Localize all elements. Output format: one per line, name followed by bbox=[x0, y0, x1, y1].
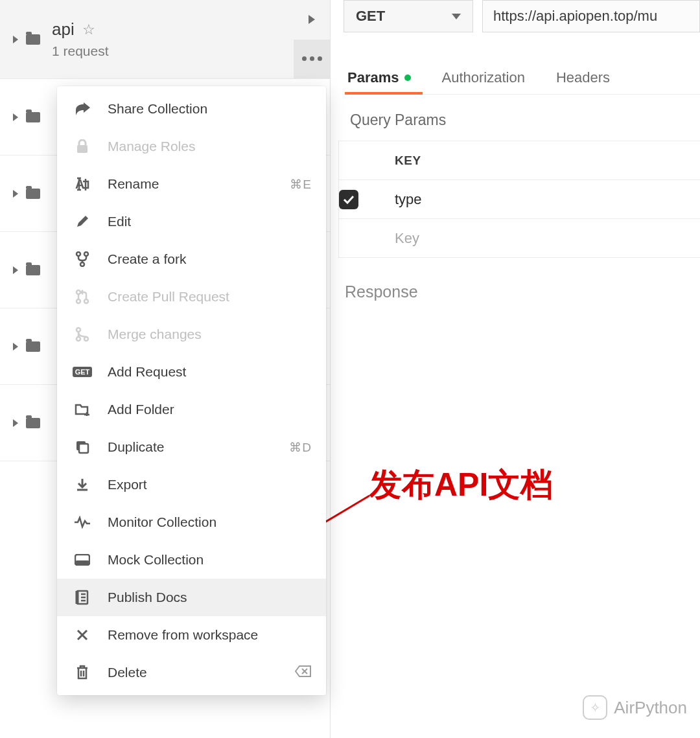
menu-monitor-collection[interactable]: Monitor Collection bbox=[57, 503, 326, 541]
merge-icon bbox=[71, 327, 93, 342]
play-icon bbox=[309, 15, 315, 24]
menu-label: Add Folder bbox=[108, 402, 174, 417]
request-panel: GET https://api.apiopen.top/mu Params Au… bbox=[331, 0, 700, 738]
collection-context-menu: Share Collection Manage Roles A Rename ⌘… bbox=[57, 86, 326, 695]
menu-remove-from-workspace[interactable]: Remove from workspace bbox=[57, 616, 326, 654]
rename-icon: A bbox=[71, 177, 93, 191]
sidebar: api ☆ 1 request Share Collection Mana bbox=[0, 0, 331, 738]
svg-point-10 bbox=[76, 337, 80, 341]
menu-manage-roles: Manage Roles bbox=[57, 128, 326, 165]
svg-rect-13 bbox=[79, 444, 88, 453]
delete-key-icon bbox=[295, 665, 312, 680]
param-key-input[interactable]: type bbox=[384, 191, 700, 208]
activity-icon bbox=[71, 516, 93, 529]
menu-mock-collection[interactable]: Mock Collection bbox=[57, 541, 326, 579]
svg-rect-15 bbox=[75, 560, 89, 565]
param-enabled-checkbox[interactable] bbox=[339, 190, 358, 209]
favorite-star-icon[interactable]: ☆ bbox=[82, 21, 95, 38]
menu-create-pull-request: Create Pull Request bbox=[57, 278, 326, 316]
tab-authorization[interactable]: Authorization bbox=[442, 61, 525, 94]
tab-label: Authorization bbox=[442, 69, 525, 86]
menu-label: Manage Roles bbox=[108, 139, 195, 154]
folder-plus-icon bbox=[71, 403, 93, 416]
svg-point-4 bbox=[84, 252, 88, 256]
menu-label: Add Request bbox=[108, 364, 186, 380]
menu-delete[interactable]: Delete bbox=[57, 654, 326, 691]
folder-icon bbox=[26, 341, 40, 352]
expand-caret-icon[interactable] bbox=[13, 113, 18, 121]
collection-name[interactable]: api bbox=[52, 19, 75, 40]
expand-caret-icon[interactable] bbox=[13, 419, 18, 427]
pull-request-icon bbox=[71, 289, 93, 305]
svg-point-6 bbox=[76, 290, 80, 294]
watermark-text: AirPython bbox=[614, 698, 687, 718]
chevron-down-icon bbox=[452, 14, 461, 19]
http-method-value: GET bbox=[356, 8, 385, 25]
menu-merge-changes: Merge changes bbox=[57, 316, 326, 353]
run-collection-button[interactable] bbox=[294, 0, 330, 40]
menu-add-request[interactable]: GET Add Request bbox=[57, 353, 326, 391]
request-url-input[interactable]: https://api.apiopen.top/mu bbox=[482, 0, 700, 32]
menu-label: Merge changes bbox=[108, 327, 202, 342]
menu-label: Rename bbox=[108, 176, 159, 192]
expand-caret-icon[interactable] bbox=[13, 36, 18, 43]
table-row[interactable]: type bbox=[338, 180, 700, 219]
menu-label: Create Pull Request bbox=[108, 289, 229, 305]
svg-point-8 bbox=[84, 299, 88, 303]
menu-label: Delete bbox=[108, 665, 147, 680]
get-badge-icon: GET bbox=[71, 367, 93, 377]
response-section-title: Response bbox=[345, 283, 700, 301]
request-url-value: https://api.apiopen.top/mu bbox=[493, 8, 657, 25]
param-key-input[interactable]: Key bbox=[384, 230, 700, 247]
svg-rect-0 bbox=[77, 145, 88, 153]
folder-icon bbox=[26, 265, 40, 275]
query-params-table: KEY type Key bbox=[338, 141, 700, 258]
menu-publish-docs[interactable]: Publish Docs bbox=[57, 579, 326, 616]
svg-text:A: A bbox=[75, 177, 84, 191]
menu-label: Mock Collection bbox=[108, 552, 204, 568]
request-tabs: Params Authorization Headers bbox=[347, 61, 700, 95]
folder-icon bbox=[26, 34, 40, 45]
tab-label: Headers bbox=[556, 69, 610, 86]
ellipsis-icon bbox=[302, 56, 322, 61]
menu-export[interactable]: Export bbox=[57, 466, 326, 503]
menu-add-folder[interactable]: Add Folder bbox=[57, 391, 326, 428]
column-header-key: KEY bbox=[384, 154, 700, 168]
tab-params[interactable]: Params bbox=[347, 61, 411, 94]
http-method-select[interactable]: GET bbox=[344, 0, 473, 32]
more-actions-button[interactable] bbox=[294, 40, 330, 79]
expand-caret-icon[interactable] bbox=[13, 266, 18, 274]
close-icon bbox=[71, 628, 93, 641]
menu-share-collection[interactable]: Share Collection bbox=[57, 90, 326, 128]
folder-icon bbox=[26, 112, 40, 122]
menu-label: Monitor Collection bbox=[108, 514, 216, 530]
query-params-title: Query Params bbox=[350, 111, 700, 129]
download-icon bbox=[71, 478, 93, 492]
params-indicator-icon bbox=[404, 75, 411, 81]
folder-icon bbox=[26, 189, 40, 199]
menu-duplicate[interactable]: Duplicate ⌘D bbox=[57, 428, 326, 466]
collection-header[interactable]: api ☆ 1 request bbox=[0, 0, 330, 79]
menu-edit[interactable]: Edit bbox=[57, 203, 326, 240]
expand-caret-icon[interactable] bbox=[13, 190, 18, 198]
collection-subtitle: 1 request bbox=[52, 43, 109, 59]
svg-point-3 bbox=[76, 252, 80, 256]
svg-point-5 bbox=[80, 262, 84, 266]
tab-headers[interactable]: Headers bbox=[556, 61, 610, 94]
lock-icon bbox=[71, 139, 93, 154]
server-icon bbox=[71, 554, 93, 566]
folder-icon bbox=[26, 418, 40, 428]
table-row[interactable]: Key bbox=[338, 219, 700, 258]
docs-icon bbox=[71, 590, 93, 605]
svg-point-7 bbox=[76, 299, 80, 303]
menu-label: Duplicate bbox=[108, 439, 165, 455]
menu-create-fork[interactable]: Create a fork bbox=[57, 240, 326, 278]
annotation-text: 发布API文档 bbox=[369, 463, 553, 507]
menu-rename[interactable]: A Rename ⌘E bbox=[57, 165, 326, 203]
menu-label: Remove from workspace bbox=[108, 627, 258, 643]
trash-icon bbox=[71, 665, 93, 680]
menu-shortcut: ⌘D bbox=[289, 440, 312, 455]
expand-caret-icon[interactable] bbox=[13, 343, 18, 351]
duplicate-icon bbox=[71, 440, 93, 454]
menu-label: Publish Docs bbox=[108, 590, 187, 605]
